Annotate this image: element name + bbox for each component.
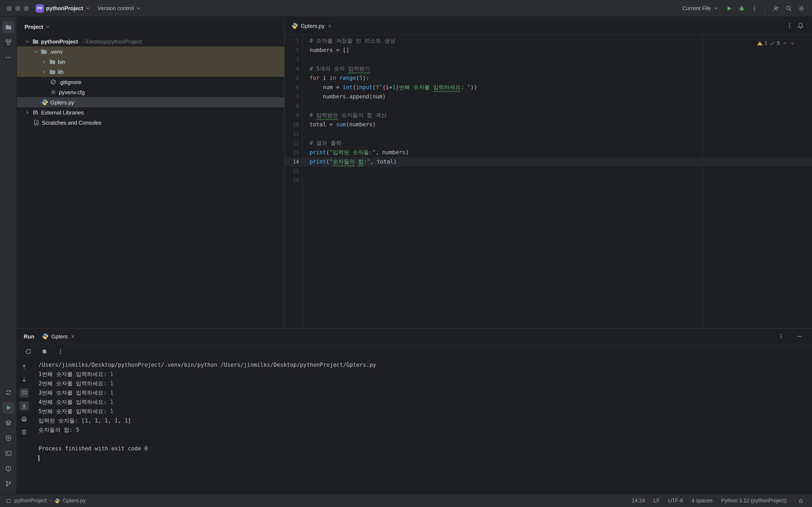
editor-options-button[interactable]	[784, 20, 795, 31]
chevron-right-icon[interactable]	[42, 59, 47, 64]
code-with-me-button[interactable]	[770, 3, 781, 14]
run-button[interactable]	[724, 3, 734, 14]
run-options-button[interactable]	[55, 346, 66, 357]
run-config-selector[interactable]: Current File	[679, 3, 722, 13]
tree-item--venv[interactable]: .venv	[17, 47, 284, 57]
clear-console-button[interactable]	[19, 428, 29, 437]
run-panel-title[interactable]: Run	[24, 333, 35, 339]
run-tool-button[interactable]	[2, 402, 14, 414]
close-tab-icon[interactable]	[70, 334, 76, 339]
line-number[interactable]: 13	[285, 148, 299, 157]
close-window-button[interactable]	[7, 6, 12, 11]
search-everywhere-button[interactable]	[783, 3, 794, 14]
line-number[interactable]: 10	[285, 120, 299, 129]
code-line-13[interactable]: 13print("입력된 숫자들:", numbers)	[285, 148, 812, 157]
line-number[interactable]: 3	[285, 55, 299, 64]
line-number[interactable]: 5	[285, 73, 299, 83]
code-line-1[interactable]: 1# 숫자를 저장할 빈 리스트 생성	[285, 36, 812, 46]
editor-tab-gpters[interactable]: Gpters.py	[285, 17, 337, 35]
statusbar-item[interactable]: LF	[653, 498, 660, 504]
chevron-right-icon[interactable]	[24, 110, 30, 115]
code-line-6[interactable]: 6 num = int(input(f"{i+1}번째 숫자를 입력하세요: "…	[285, 83, 812, 92]
project-panel-header[interactable]: Project	[17, 17, 284, 36]
code-line-15[interactable]: 15	[285, 166, 812, 176]
breadcrumb-file[interactable]: Gpters.py	[63, 498, 86, 504]
code-editor[interactable]: 1# 숫자를 저장할 빈 리스트 생성2numbers = []34# 5개의 …	[285, 35, 812, 328]
inspections-widget[interactable]: 1 5	[757, 39, 795, 48]
tree-item-gpters-py[interactable]: Gpters.py	[17, 97, 284, 107]
line-number[interactable]: 2	[285, 46, 299, 55]
more-actions-button[interactable]	[749, 3, 760, 14]
project-widget[interactable]: PP pythonProject	[32, 2, 94, 14]
code-line-3[interactable]: 3	[285, 55, 812, 64]
readonly-lock-button[interactable]	[795, 495, 806, 506]
next-problem-icon[interactable]	[790, 40, 795, 46]
chevron-down-icon[interactable]	[33, 49, 39, 54]
code-line-16[interactable]: 16	[285, 176, 812, 185]
stop-button[interactable]	[39, 346, 50, 357]
code-line-2[interactable]: 2numbers = []	[285, 46, 812, 55]
tree-item--gitignore[interactable]: .gitignore	[17, 77, 284, 87]
line-number[interactable]: 7	[285, 92, 299, 101]
line-number[interactable]: 15	[285, 166, 299, 176]
soft-wrap-button[interactable]	[19, 388, 29, 398]
prev-problem-icon[interactable]	[782, 40, 788, 46]
zoom-window-button[interactable]	[24, 6, 29, 11]
line-number[interactable]: 12	[285, 138, 299, 148]
breadcrumb-project[interactable]: pythonProject	[14, 498, 47, 504]
tree-item-external-libraries[interactable]: External Libraries	[17, 107, 284, 117]
project-tool-button[interactable]	[2, 21, 14, 33]
problems-tool-button[interactable]	[2, 463, 14, 474]
statusbar-item[interactable]: UTF-8	[668, 498, 683, 504]
version-control-tool-button[interactable]	[2, 478, 14, 490]
code-line-8[interactable]: 8	[285, 101, 812, 111]
code-line-4[interactable]: 4# 5개의 숫자 입력받기	[285, 64, 812, 73]
hide-panel-button[interactable]	[794, 331, 805, 342]
tree-item-pyvenv-cfg[interactable]: pyvenv.cfg	[17, 87, 284, 97]
minimize-window-button[interactable]	[15, 6, 20, 11]
tree-item-lib[interactable]: lib	[17, 67, 284, 77]
terminal-tool-button[interactable]	[2, 447, 14, 459]
tree-item-pythonproject[interactable]: pythonProject~/Desktop/pythonProject	[17, 36, 284, 47]
code-line-12[interactable]: 12# 결과 출력	[285, 138, 812, 148]
debug-button[interactable]	[736, 3, 747, 14]
line-number[interactable]: 8	[285, 101, 299, 111]
line-number[interactable]: 4	[285, 64, 299, 73]
tree-item-bin[interactable]: bin	[17, 57, 284, 67]
rerun-button[interactable]	[23, 346, 34, 357]
code-line-11[interactable]: 11	[285, 129, 812, 138]
code-line-9[interactable]: 9# 입력받은 숫자들의 합 계산	[285, 111, 812, 120]
line-number[interactable]: 1	[285, 36, 299, 46]
code-line-5[interactable]: 5for i in range(5):	[285, 73, 812, 83]
close-tab-icon[interactable]	[327, 23, 333, 29]
line-number[interactable]: 6	[285, 83, 299, 92]
services-tool-button[interactable]	[2, 417, 14, 429]
code-line-14[interactable]: 14print("숫자들의 합:", total)	[285, 157, 812, 166]
more-tool-windows-button[interactable]	[2, 52, 14, 63]
tree-item-scratches-and-consoles[interactable]: Scratches and Consoles	[17, 117, 284, 128]
prev-occurrence-button[interactable]	[19, 362, 29, 372]
line-number[interactable]: 11	[285, 129, 299, 138]
code-line-10[interactable]: 10total = sum(numbers)	[285, 120, 812, 129]
console-output[interactable]: /Users/jinmilks/Desktop/pythonProject/.v…	[31, 359, 812, 494]
code-line-7[interactable]: 7 numbers.append(num)	[285, 92, 812, 101]
line-number[interactable]: 14	[285, 157, 299, 166]
sync-tool-button[interactable]	[2, 387, 14, 398]
run-tab-gpters[interactable]: Gpters	[42, 333, 76, 340]
scroll-to-end-button[interactable]	[19, 401, 29, 411]
notifications-button[interactable]	[795, 20, 806, 31]
line-number[interactable]: 16	[285, 176, 299, 185]
settings-button[interactable]	[796, 3, 807, 14]
execute-tool-button[interactable]	[2, 432, 14, 444]
line-number[interactable]: 9	[285, 111, 299, 120]
print-button[interactable]	[19, 414, 29, 424]
statusbar-item[interactable]: 14:24	[631, 498, 645, 504]
next-occurrence-button[interactable]	[19, 375, 29, 385]
run-panel-options-button[interactable]	[776, 331, 786, 342]
structure-tool-button[interactable]	[2, 36, 14, 48]
chevron-right-icon[interactable]	[42, 69, 47, 74]
chevron-down-icon[interactable]	[24, 39, 30, 44]
statusbar-item[interactable]: 4 spaces	[692, 498, 713, 504]
vcs-widget[interactable]: Version control	[94, 3, 145, 13]
statusbar-item[interactable]: Python 3.12 (pythonProject)	[721, 498, 786, 504]
